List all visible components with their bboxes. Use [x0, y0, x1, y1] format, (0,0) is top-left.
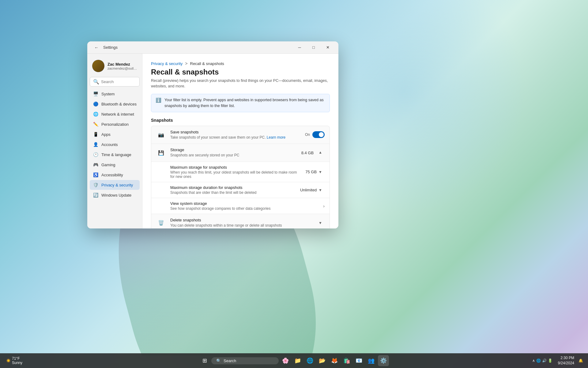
sidebar-item-time[interactable]: 🕐 Time & language [90, 150, 140, 159]
sidebar-item-accounts[interactable]: 👤 Accounts [90, 140, 140, 149]
sidebar-item-bluetooth-label: Bluetooth & devices [101, 102, 137, 106]
network-status-icon[interactable]: 🌐 [536, 358, 541, 363]
sidebar-item-update[interactable]: 🔄 Windows Update [90, 190, 140, 200]
clock-time: 2:30 PM [558, 355, 574, 361]
max-duration-desc: Snapshots that are older than the limit … [170, 190, 293, 195]
sidebar-item-personalization[interactable]: ✏️ Personalization [90, 119, 140, 129]
page-title: Recall & snapshots [151, 68, 330, 76]
storage-icon: 💾 [156, 148, 166, 158]
storage-control: 8.4 GB ▼ [301, 149, 325, 156]
storage-info: Storage Snapshots are securely stored on… [170, 148, 297, 158]
weather-temp: 71°F [12, 356, 22, 361]
view-storage-row[interactable]: View system storage See how snapshot sto… [151, 198, 330, 214]
window-title: Settings [103, 45, 118, 50]
taskbar-store-icon[interactable]: 🛍️ [341, 355, 352, 366]
sidebar-item-accessibility[interactable]: ♿ Accessibility [90, 170, 140, 180]
datetime[interactable]: 2:30 PM 9/24/2024 [556, 354, 577, 367]
maximize-button[interactable]: □ [307, 43, 321, 52]
minimize-button[interactable]: ─ [292, 43, 307, 52]
max-duration-control: Unlimited ▼ [298, 186, 325, 194]
weather-widget[interactable]: ☀️ 71°F Sunny [4, 355, 25, 366]
camera-icon: 📷 [156, 130, 166, 140]
breadcrumb-parent[interactable]: Privacy & security [151, 61, 183, 66]
taskbar-search-icon: 🔍 [216, 358, 221, 363]
taskbar-folder-icon[interactable]: 📁 [292, 355, 303, 366]
sidebar-item-time-label: Time & language [101, 152, 131, 157]
max-storage-dropdown[interactable]: 75 GB ▼ [303, 168, 325, 175]
trash-icon: 🗑️ [156, 218, 166, 228]
save-snapshots-toggle[interactable] [312, 131, 325, 138]
volume-icon[interactable]: 🔊 [542, 358, 547, 363]
taskbar-files-icon[interactable]: 🌸 [280, 355, 291, 366]
sidebar-item-gaming[interactable]: 🎮 Gaming [90, 160, 140, 170]
max-duration-dropdown[interactable]: Unlimited ▼ [298, 186, 325, 194]
delete-snapshots-desc: You can delete snapshots within a time r… [170, 223, 312, 228]
sidebar-item-network[interactable]: 🌐 Network & internet [90, 109, 140, 119]
delete-snapshots-expand-btn[interactable]: ▼ [316, 220, 325, 226]
storage-chevron-icon: ▼ [318, 151, 322, 155]
sidebar: Zac Mendez zacmendez@outlook.com 🔍 🖥️ Sy… [87, 54, 142, 228]
start-button[interactable]: ⊞ [199, 355, 210, 366]
clock-date: 9/24/2024 [558, 361, 574, 366]
info-banner-text: Your filter list is empty. Prevent apps … [164, 97, 325, 109]
breadcrumb-separator: > [185, 61, 187, 66]
sidebar-item-bluetooth[interactable]: 🔵 Bluetooth & devices [90, 99, 140, 109]
taskbar-center: ⊞ 🔍 Search 🌸 📁 🌐 📂 🦊 🛍️ 📧 👥 ⚙️ [199, 355, 389, 366]
taskbar-explorer-icon[interactable]: 📂 [317, 355, 328, 366]
apps-icon: 📱 [93, 132, 98, 137]
taskbar-browser-icon[interactable]: 🦊 [329, 355, 340, 366]
save-snapshots-title: Save snapshots [170, 130, 301, 134]
taskbar-teams-icon[interactable]: 👥 [366, 355, 377, 366]
delete-snapshots-chevron-icon: ▼ [318, 221, 322, 225]
save-snapshots-desc: Take snapshots of your screen and save t… [170, 135, 301, 140]
max-storage-control: 75 GB ▼ [303, 168, 325, 175]
view-storage-arrow-icon: › [323, 204, 325, 209]
storage-row: 💾 Storage Snapshots are securely stored … [151, 144, 330, 162]
taskbar-mail-icon[interactable]: 📧 [353, 355, 364, 366]
save-snapshots-toggle-label: On [305, 132, 310, 137]
main-content: Privacy & security > Recall & snapshots … [142, 54, 338, 228]
view-storage-title: View system storage [170, 201, 319, 206]
sidebar-item-accessibility-label: Accessibility [101, 173, 123, 177]
sidebar-item-privacy-label: Privacy & security [101, 183, 133, 187]
sidebar-item-system-label: System [101, 92, 115, 96]
close-button[interactable]: ✕ [321, 43, 335, 52]
sidebar-search-box[interactable]: 🔍 [90, 77, 140, 86]
avatar [92, 60, 104, 72]
weather-info: 71°F Sunny [12, 356, 22, 365]
storage-value: 8.4 GB [301, 151, 314, 155]
taskbar-right-icons: ∧ 🌐 🔊 🔋 [530, 358, 555, 363]
user-info: Zac Mendez zacmendez@outlook.com [107, 62, 137, 70]
view-storage-desc: See how snapshot storage compares to oth… [170, 206, 319, 211]
back-button[interactable]: ← [92, 43, 101, 52]
gaming-icon: 🎮 [93, 162, 98, 167]
taskbar-globe-icon[interactable]: 🌐 [304, 355, 315, 366]
start-icon: ⊞ [202, 357, 207, 364]
sidebar-item-privacy[interactable]: 🛡️ Privacy & security [90, 180, 140, 190]
taskbar: ☀️ 71°F Sunny ⊞ 🔍 Search 🌸 📁 🌐 📂 🦊 🛍️ 📧 … [0, 353, 588, 368]
save-snapshots-control: On [305, 131, 325, 138]
max-duration-chevron-icon: ▼ [318, 188, 322, 192]
sidebar-item-system[interactable]: 🖥️ System [90, 89, 140, 99]
taskbar-left: ☀️ 71°F Sunny [0, 355, 25, 366]
max-duration-title: Maximum storage duration for snapshots [170, 185, 293, 190]
taskbar-settings-icon[interactable]: ⚙️ [378, 355, 389, 366]
sidebar-item-apps[interactable]: 📱 Apps [90, 129, 140, 139]
battery-icon[interactable]: 🔋 [548, 358, 552, 363]
view-storage-control: › [323, 204, 325, 209]
chevron-up-icon[interactable]: ∧ [532, 358, 535, 363]
taskbar-search[interactable]: 🔍 Search [211, 357, 279, 364]
window-controls: ─ □ ✕ [292, 43, 335, 52]
update-icon: 🔄 [93, 192, 98, 198]
sidebar-item-apps-label: Apps [101, 132, 111, 137]
save-snapshots-link[interactable]: Learn more [267, 135, 285, 140]
storage-title: Storage [170, 148, 297, 152]
sidebar-item-network-label: Network & internet [101, 112, 134, 117]
search-input[interactable] [101, 79, 142, 84]
notification-bell-icon[interactable]: 🔔 [577, 358, 584, 363]
title-bar-left: ← Settings [92, 43, 118, 52]
system-icon: 🖥️ [93, 91, 98, 97]
storage-collapse-btn[interactable]: ▼ [316, 149, 325, 156]
max-storage-row: Maximum storage for snapshots When you r… [151, 162, 330, 182]
max-duration-row: Maximum storage duration for snapshots S… [151, 182, 330, 198]
